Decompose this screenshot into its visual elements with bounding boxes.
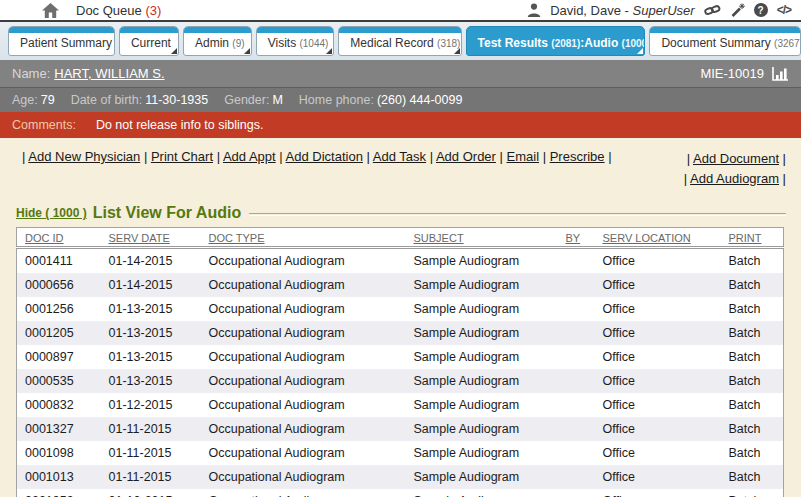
cell-doc-id: 0000832: [17, 393, 101, 417]
tab-test-results-audio[interactable]: Test Results (2081):Audio (1000): [466, 26, 646, 56]
current-user[interactable]: David, Dave - SuperUser: [550, 3, 695, 18]
column-header-serv-date[interactable]: SERV DATE: [101, 228, 201, 248]
tab-admin[interactable]: Admin (9): [183, 26, 252, 56]
doc-queue-label: Doc Queue: [76, 3, 142, 18]
quick-link-add-new-physician[interactable]: Add New Physician: [28, 149, 140, 164]
table-row[interactable]: 000065601-14-2015Occupational AudiogramS…: [17, 273, 784, 297]
tab-current[interactable]: Current: [119, 26, 179, 56]
help-icon[interactable]: ?: [754, 3, 768, 17]
audio-table-body: 000141101-14-2015Occupational AudiogramS…: [17, 248, 784, 497]
table-row[interactable]: 000120501-13-2015Occupational AudiogramS…: [17, 321, 784, 345]
doc-queue-link[interactable]: Doc Queue (3): [76, 3, 161, 18]
cell-print: Batch: [721, 297, 784, 321]
tab-label: Test Results: [478, 36, 548, 50]
cell-subject: Sample Audiogram: [406, 465, 558, 489]
tab-label: Patient Summary: [20, 36, 112, 50]
quick-link-add-document[interactable]: Add Document: [693, 151, 779, 166]
audio-results-table: DOC ID SERV DATE DOC TYPE SUBJECT BY SER…: [16, 227, 784, 497]
cell-by: [558, 345, 595, 369]
quick-links-right-row: | Add Document |: [684, 149, 786, 169]
cell-subject: Sample Audiogram: [406, 393, 558, 417]
cell-subject: Sample Audiogram: [406, 417, 558, 441]
name-label: Name:: [12, 66, 50, 81]
cell-doc-id: 0000656: [17, 273, 101, 297]
cell-serv-date: 01-14-2015: [101, 273, 201, 297]
cell-by: [558, 465, 595, 489]
cell-doc-type: Occupational Audiogram: [201, 297, 406, 321]
column-header-doc-type[interactable]: DOC TYPE: [201, 228, 406, 248]
cell-doc-type: Occupational Audiogram: [201, 489, 406, 497]
quick-link-add-audiogram[interactable]: Add Audiogram: [690, 171, 779, 186]
table-row[interactable]: 000053501-13-2015Occupational AudiogramS…: [17, 369, 784, 393]
cell-by: [558, 441, 595, 465]
tab-visits[interactable]: Visits (1044): [256, 26, 335, 56]
cell-by: [558, 297, 595, 321]
quick-link-add-appt[interactable]: Add Appt: [223, 149, 276, 164]
cell-by: [558, 248, 595, 274]
table-row[interactable]: 000083201-12-2015Occupational AudiogramS…: [17, 393, 784, 417]
hide-toggle-link[interactable]: Hide ( 1000 ): [16, 206, 87, 220]
demo-dob: Date of birth:11-30-1935: [71, 93, 209, 107]
quick-link-add-dictation[interactable]: Add Dictation: [286, 149, 363, 164]
tab-medical-record[interactable]: Medical Record (318): [338, 26, 461, 56]
cell-subject: Sample Audiogram: [406, 248, 558, 274]
table-row[interactable]: 000101301-11-2015Occupational AudiogramS…: [17, 465, 784, 489]
quick-link-add-order[interactable]: Add Order: [436, 149, 496, 164]
tab-sublabel: :Audio: [580, 36, 618, 50]
wand-icon[interactable]: [730, 3, 745, 18]
demo-age: Age:79: [12, 93, 55, 107]
cell-by: [558, 273, 595, 297]
cell-serv-date: 01-13-2015: [101, 345, 201, 369]
tab-document-summary[interactable]: Document Summary (3267): [649, 26, 801, 56]
table-row[interactable]: 000089701-13-2015Occupational AudiogramS…: [17, 345, 784, 369]
cell-print: Batch: [721, 369, 784, 393]
cell-print: Batch: [721, 393, 784, 417]
comments-label: Comments:: [12, 118, 76, 132]
cell-doc-type: Occupational Audiogram: [201, 369, 406, 393]
bar-chart-icon[interactable]: [772, 67, 789, 81]
tab-label: Visits: [268, 36, 296, 50]
tab-patient-summary[interactable]: Patient Summary: [8, 26, 115, 56]
cell-subject: Sample Audiogram: [406, 345, 558, 369]
tab-count: (9): [232, 38, 244, 49]
table-row[interactable]: 000135901-10-2015Occupational AudiogramS…: [17, 489, 784, 497]
quick-link-prescribe[interactable]: Prescribe: [550, 149, 605, 164]
column-header-print[interactable]: PRINT: [721, 228, 784, 248]
hamburger-menu-icon[interactable]: [10, 4, 29, 17]
tab-count: (1044): [299, 38, 328, 49]
cell-print: Batch: [721, 273, 784, 297]
column-header-serv-location[interactable]: SERV LOCATION: [595, 228, 721, 248]
column-header-by[interactable]: BY: [558, 228, 595, 248]
cell-by: [558, 393, 595, 417]
cell-doc-id: 0001411: [17, 248, 101, 274]
cell-serv-date: 01-11-2015: [101, 441, 201, 465]
cell-doc-id: 0001013: [17, 465, 101, 489]
code-icon[interactable]: </>: [777, 3, 791, 17]
tab-count: (318): [437, 38, 460, 49]
comments-bar: Comments: Do not release info to sibling…: [0, 112, 801, 138]
cell-print: Batch: [721, 489, 784, 497]
cell-doc-id: 0001359: [17, 489, 101, 497]
home-icon[interactable]: [42, 3, 59, 18]
table-row[interactable]: 000125601-13-2015Occupational AudiogramS…: [17, 297, 784, 321]
cell-serv-date: 01-11-2015: [101, 417, 201, 441]
patient-name-link[interactable]: HART, WILLIAM S.: [54, 66, 164, 81]
quick-link-print-chart[interactable]: Print Chart: [151, 149, 213, 164]
demographics-bar: Age:79 Date of birth:11-30-1935 Gender:M…: [0, 88, 801, 112]
column-header-doc-id[interactable]: DOC ID: [17, 228, 101, 248]
quick-link-add-task[interactable]: Add Task: [373, 149, 426, 164]
quick-link-email[interactable]: Email: [507, 149, 540, 164]
cell-doc-id: 0001327: [17, 417, 101, 441]
tab-label: Current: [131, 36, 171, 50]
cell-serv-date: 01-14-2015: [101, 248, 201, 274]
column-header-subject[interactable]: SUBJECT: [406, 228, 558, 248]
cell-doc-type: Occupational Audiogram: [201, 393, 406, 417]
table-row[interactable]: 000132701-11-2015Occupational AudiogramS…: [17, 417, 784, 441]
cell-print: Batch: [721, 248, 784, 274]
tab-label: Document Summary: [661, 36, 770, 50]
cell-print: Batch: [721, 417, 784, 441]
table-row[interactable]: 000141101-14-2015Occupational AudiogramS…: [17, 248, 784, 274]
table-row[interactable]: 000109801-11-2015Occupational AudiogramS…: [17, 441, 784, 465]
chart-tab-strip: Patient Summary Current Admin (9) Visits…: [0, 22, 801, 60]
link-icon[interactable]: [704, 4, 721, 17]
